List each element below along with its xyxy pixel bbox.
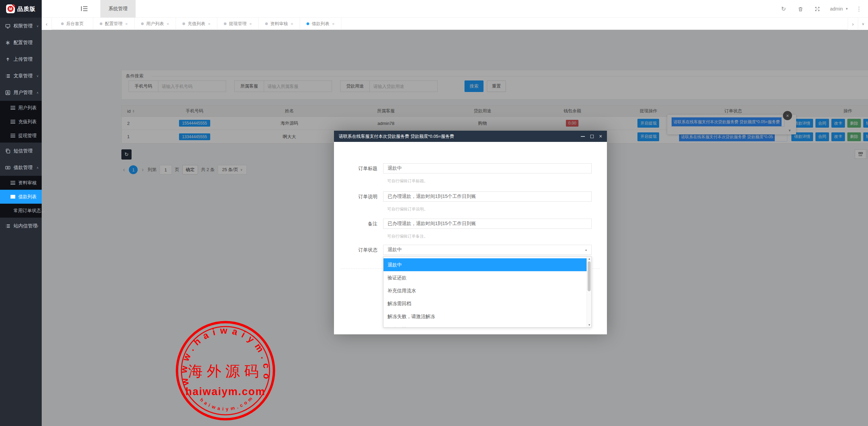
bars-icon [11,195,15,199]
tab-recharge-list[interactable]: 充值列表× [176,18,217,30]
dropdown-option[interactable]: 退款中 [383,258,587,271]
field-hint: 可自行编辑订单说明。 [387,206,428,212]
banknote-icon [5,165,11,170]
sidebar-item-label: 权限管理 [14,23,33,29]
dropdown-option[interactable]: 验证还款 [383,271,587,284]
sidebar-item-config[interactable]: 配置管理 [0,34,42,51]
field-label-order-status: 订单状态 [334,245,377,255]
order-status-modal: 请联系在线客服支付本次贷款服务费 贷款额度*0.05=服务费 × 订单标题 可自… [334,131,607,334]
bars-icon [11,120,15,124]
tab-loan-list[interactable]: 借款列表× [300,18,341,30]
app-title: 品质版 [17,5,36,13]
tab-dot [307,22,309,25]
dropdown-scrollbar[interactable]: ▲ ▼ [587,257,591,327]
close-tab-icon[interactable]: × [332,21,335,26]
nav-tab-system[interactable]: 系统管理 [100,0,136,18]
sidebar-item-upload[interactable]: 上传管理 [0,51,42,68]
sidebar-item-user-list[interactable]: 用户列表 [0,101,42,115]
copy-icon [5,148,11,154]
app-logo: M 品质版 [0,0,42,18]
trash-icon[interactable] [792,6,809,12]
top-navbar: 系统管理 ↻ admin ▼ ⋮ [42,0,868,18]
user-menu[interactable]: admin ▼ [830,6,848,12]
sidebar-item-loan-list[interactable]: 借款列表 [0,190,42,204]
open-tabs-bar: ‹ 后台首页 配置管理× 用户列表× 充值列表× 提现管理× 资料审核× 借款列… [42,18,868,30]
list-icon [5,223,11,229]
tabs-menu-icon[interactable]: ∨ [858,18,868,30]
upload-icon [5,57,11,62]
scroll-up-icon[interactable]: ▲ [587,257,592,261]
app-window: M 品质版 权限管理 ∨ 配置管理 上传管理 文章管理 ∨ 用户管理 ∧ [0,0,868,426]
sidebar-item-label: 配置管理 [14,40,33,46]
status-dropdown: 退款中 验证还款 补充信用流水 解冻需回档 解冻失败，请激活解冻 解冻回档 ▲ … [383,256,592,328]
tab-dot [141,22,144,25]
sidebar-item-articles[interactable]: 文章管理 ∨ [0,68,42,84]
user-icon [5,90,11,95]
field-label-order-title: 订单标题 [334,163,377,173]
dropdown-option[interactable]: 补充信用流水 [383,284,587,297]
tab-dot [265,22,268,25]
maximize-icon[interactable] [590,135,594,138]
asterisk-icon [5,40,11,45]
tabs-scroll-left[interactable]: ‹ [42,18,52,30]
tab-dot [224,22,226,25]
chevron-down-icon: ▼ [845,7,848,11]
sidebar-item-order-status[interactable]: 常用订单状态... [0,204,42,218]
order-status-select[interactable]: 退款中 ▲ [383,245,592,255]
close-tab-icon[interactable]: × [166,21,169,26]
tab-user-list[interactable]: 用户列表× [135,18,176,30]
more-menu-icon[interactable]: ⋮ [854,5,863,13]
close-tab-icon[interactable]: × [291,21,293,26]
submenu-users: 用户列表 充值列表 提现管理 [0,101,42,143]
sidebar-item-permissions[interactable]: 权限管理 ∨ [0,18,42,34]
sidebar-item-label: 用户管理 [14,90,33,96]
refresh-icon[interactable]: ↻ [775,5,792,13]
chevron-down-icon: ∨ [36,24,39,28]
close-tab-icon[interactable]: × [125,21,128,26]
close-icon[interactable]: × [599,134,602,139]
sidebar-item-data-review[interactable]: 资料审核 [0,176,42,190]
scroll-down-icon[interactable]: ▼ [587,323,592,327]
minimize-icon[interactable] [581,136,585,137]
chevron-up-icon: ∧ [36,91,39,94]
monitor-icon [5,23,11,29]
sidebar-item-label: 短信管理 [14,148,33,154]
bars-icon [11,181,15,185]
list-icon [5,73,11,79]
tabs: 后台首页 配置管理× 用户列表× 充值列表× 提现管理× 资料审核× 借款列表× [52,18,341,30]
sidebar-item-users[interactable]: 用户管理 ∧ [0,84,42,101]
sidebar-item-loans[interactable]: 借款管理 ∧ [0,159,42,176]
tab-config[interactable]: 配置管理× [93,18,135,30]
tab-data-review[interactable]: 资料审核× [259,18,300,30]
close-tab-icon[interactable]: × [249,21,252,26]
tab-dot [61,22,64,25]
order-desc-input[interactable] [383,191,592,202]
chevron-up-icon: ∧ [36,166,39,169]
tabs-scroll-right[interactable]: › [848,18,858,30]
sidebar-item-label: 文章管理 [14,73,33,79]
bars-icon [11,134,15,137]
sidebar-item-label: 站内信管理 [14,223,37,229]
dropdown-option[interactable]: 解冻回档 [383,323,587,328]
sidebar-item-label: 借款管理 [14,165,33,171]
sidebar-item-site-messages[interactable]: 站内信管理 ∨ [0,218,42,234]
dropdown-option[interactable]: 解冻失败，请激活解冻 [383,310,587,323]
order-title-input[interactable] [383,163,592,173]
sidebar-item-sms[interactable]: 短信管理 [0,143,42,159]
field-hint: 可自行编辑订单标题。 [387,178,428,184]
modal-titlebar: 请联系在线客服支付本次贷款服务费 贷款额度*0.05=服务费 × [334,131,607,142]
tab-withdraw-mgmt[interactable]: 提现管理× [217,18,259,30]
brand-icon: M [6,4,15,13]
remark-input[interactable] [383,219,592,229]
chevron-down-icon: ∨ [36,74,39,78]
fullscreen-icon[interactable] [809,6,826,12]
tab-home[interactable]: 后台首页 [52,18,93,30]
submenu-loans: 资料审核 借款列表 常用订单状态... [0,176,42,218]
dropdown-option[interactable]: 解冻需回档 [383,297,587,310]
sidebar-item-recharge-list[interactable]: 充值列表 [0,115,42,129]
modal-title: 请联系在线客服支付本次贷款服务费 贷款额度*0.05=服务费 [339,133,575,140]
sidebar-item-withdraw-mgmt[interactable]: 提现管理 [0,129,42,143]
close-tab-icon[interactable]: × [208,21,211,26]
scrollbar-thumb[interactable] [588,261,591,291]
collapse-sidebar-icon[interactable] [81,6,88,12]
